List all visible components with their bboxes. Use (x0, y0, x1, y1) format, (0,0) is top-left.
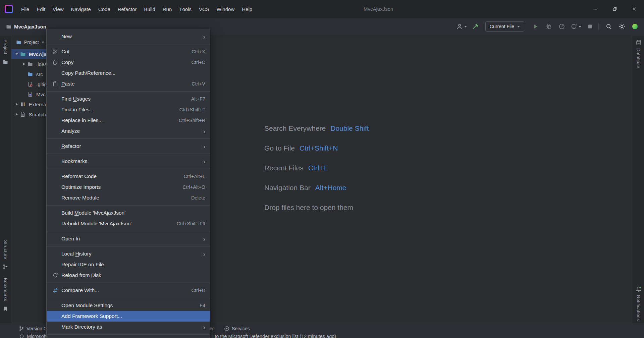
menubar-help[interactable]: Help (238, 0, 256, 18)
left-tool-stripe: Project Structure Bookmarks (0, 36, 11, 323)
run-configuration-label: Current File (490, 24, 514, 29)
menubar-build[interactable]: Build (140, 0, 159, 18)
context-menu-item-paste[interactable]: PasteCtrl+V (47, 78, 210, 89)
tree-chevron-icon[interactable] (21, 63, 27, 65)
menu-item-label: Paste (61, 81, 75, 87)
status-message-left[interactable]: Microsoft (27, 334, 47, 338)
context-menu-item-new[interactable]: New› (47, 31, 210, 42)
context-menu-item-refactor[interactable]: Refactor› (47, 141, 210, 152)
project-stripe-button[interactable]: Project (3, 40, 8, 54)
context-menu-item-reformat-code[interactable]: Reformat CodeCtrl+Alt+L (47, 171, 210, 182)
tree-chevron-icon[interactable] (14, 103, 19, 106)
menu-separator (47, 231, 210, 231)
compare-icon (53, 288, 61, 293)
run-configuration-select[interactable]: Current File (485, 21, 524, 32)
bookmarks-stripe-button[interactable]: Bookmarks (3, 278, 8, 301)
context-menu-item-analyze[interactable]: Analyze› (47, 126, 210, 136)
minimize-button[interactable] (586, 0, 605, 18)
toolwindow-button-label: Services (232, 326, 250, 331)
context-menu-item-rebuild-module-mvcajaxjson[interactable]: Rebuild Module 'MvcAjaxJson'Ctrl+Shift+F… (47, 218, 210, 229)
menubar-navigate[interactable]: Navigate (67, 0, 95, 18)
menu-separator (47, 138, 210, 139)
bookmark-icon[interactable] (3, 306, 8, 312)
tree-chevron-icon[interactable] (14, 53, 19, 55)
context-menu-item-build-module-mvcajaxjson[interactable]: Build Module 'MvcAjaxJson' (47, 208, 210, 218)
folder-gray-icon (28, 61, 34, 67)
menubar-edit[interactable]: Edit (33, 0, 49, 18)
debug-button[interactable] (543, 21, 554, 32)
context-menu-item-item[interactable] (47, 337, 210, 338)
settings-button[interactable] (616, 21, 628, 32)
project-breadcrumb[interactable]: MvcAjaxJson (6, 24, 46, 30)
structure-stripe-button[interactable]: Structure (3, 240, 8, 259)
context-menu-item-bookmarks[interactable]: Bookmarks› (47, 156, 210, 167)
scissors-icon (53, 49, 61, 54)
menu-item-label: Find Usages (61, 96, 91, 102)
bell-icon[interactable] (636, 286, 642, 292)
menu-item-label: Bookmarks (61, 158, 88, 164)
context-menu-item-optimize-imports[interactable]: Optimize ImportsCtrl+Alt+O (47, 182, 210, 192)
context-menu-item-find-in-files[interactable]: Find in Files...Ctrl+Shift+F (47, 104, 210, 115)
menubar-tools[interactable]: Tools (175, 0, 195, 18)
project-panel-title: Project (24, 40, 39, 45)
services-icon (224, 326, 229, 331)
context-menu-item-repair-ide-on-file[interactable]: Repair IDE on File (47, 259, 210, 270)
run-button[interactable] (530, 21, 541, 32)
menubar-refactor[interactable]: Refactor (114, 0, 141, 18)
context-menu-item-reload-from-disk[interactable]: Reload from Disk (47, 270, 210, 281)
context-menu-item-compare-with[interactable]: Compare With...Ctrl+D (47, 285, 210, 296)
database-stripe-button[interactable]: Database (636, 48, 641, 68)
menubar-vcs[interactable]: VCS (195, 0, 213, 18)
menu-item-label: Compare With... (61, 287, 99, 293)
structure-icon[interactable] (3, 264, 8, 269)
stop-icon (587, 23, 593, 30)
build-project-button[interactable] (470, 21, 481, 32)
main-menubar: FileEditViewNavigateCodeRefactorBuildRun… (17, 0, 256, 18)
titlebar: FileEditViewNavigateCodeRefactorBuildRun… (0, 0, 644, 18)
context-menu-item-add-framework-support[interactable]: Add Framework Support... (47, 311, 210, 322)
rerun-button[interactable] (569, 21, 583, 32)
right-tool-stripe: Database Notifications (633, 36, 644, 323)
menu-item-label: Build Module 'MvcAjaxJson' (61, 210, 125, 216)
window-title: MvcAjaxJson (364, 0, 393, 18)
user-menu-button[interactable] (455, 21, 468, 32)
folder-blue-icon (28, 71, 34, 77)
promotions-button[interactable] (629, 21, 641, 32)
context-menu-item-replace-in-files[interactable]: Replace in Files...Ctrl+Shift+R (47, 115, 210, 126)
context-menu-item-copy-path-reference[interactable]: Copy Path/Reference... (47, 68, 210, 78)
close-button[interactable] (625, 0, 644, 18)
folder-icon[interactable] (3, 59, 8, 64)
menu-item-label: Optimize Imports (61, 184, 101, 190)
menu-item-label: Cut (61, 49, 69, 55)
context-menu-item-remove-module[interactable]: Remove ModuleDelete (47, 192, 210, 203)
notifications-stripe-button[interactable]: Notifications (636, 295, 641, 321)
context-menu-item-find-usages[interactable]: Find UsagesAlt+F7 (47, 94, 210, 104)
intellij-logo-icon (5, 5, 13, 13)
context-menu-item-local-history[interactable]: Local History› (47, 248, 210, 259)
menu-separator (47, 334, 210, 335)
context-menu-item-open-in[interactable]: Open In› (47, 233, 210, 244)
toolwindow-button-services[interactable]: Services (224, 323, 250, 334)
profiler-button[interactable] (556, 21, 568, 32)
stop-button[interactable] (584, 21, 596, 32)
context-menu-item-mark-directory-as[interactable]: Mark Directory as› (47, 322, 210, 332)
menu-item-label: Rebuild Module 'MvcAjaxJson' (61, 221, 131, 227)
menubar-run[interactable]: Run (159, 0, 176, 18)
menubar-file[interactable]: File (17, 0, 33, 18)
menubar-window[interactable]: Window (213, 0, 238, 18)
menubar-view[interactable]: View (49, 0, 67, 18)
toolbar-divider (598, 23, 599, 30)
context-menu-item-open-module-settings[interactable]: Open Module SettingsF4 (47, 300, 210, 311)
search-everywhere-button[interactable] (603, 21, 614, 32)
maximize-button[interactable] (605, 0, 625, 18)
hint-label: Go to File (264, 144, 295, 152)
menu-item-label: Add Framework Support... (61, 313, 122, 319)
project-folder-icon (6, 24, 11, 29)
database-icon[interactable] (636, 40, 642, 46)
status-message-right[interactable]: l to the Microsoft Defender exclusion li… (212, 334, 336, 338)
context-menu-item-cut[interactable]: CutCtrl+X (47, 46, 210, 57)
paste-icon (53, 81, 61, 87)
context-menu-item-copy[interactable]: CopyCtrl+C (47, 57, 210, 68)
menubar-code[interactable]: Code (95, 0, 114, 18)
tree-chevron-icon[interactable] (14, 113, 19, 116)
